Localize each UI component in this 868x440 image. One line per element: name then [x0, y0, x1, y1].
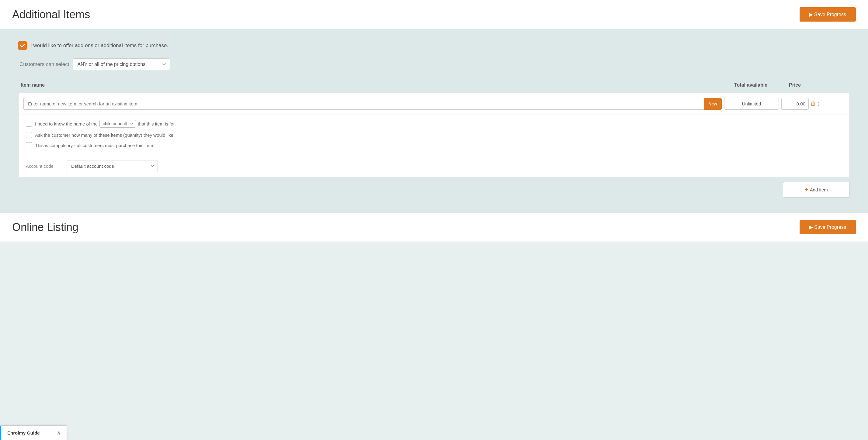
offer-row: I would like to offer add ons or additio… [18, 41, 850, 50]
customers-row: Customers can select ANY or all of the p… [18, 58, 850, 70]
account-code-select[interactable]: Default account code [67, 160, 158, 172]
option1-checkbox[interactable] [26, 121, 32, 127]
save-progress-button-bottom[interactable]: ▶ Save Progress [800, 220, 856, 234]
icon-actions: 🗑 ▲ ▼ [810, 101, 820, 107]
stepper-icon[interactable]: ▲ ▼ [817, 101, 820, 107]
option1-label: I need to know the name of the child or … [35, 120, 176, 128]
col-total-available: Total available [733, 80, 788, 90]
additional-items-body: I would like to offer add ons or additio… [0, 29, 868, 213]
online-listing-title: Online Listing [12, 221, 79, 234]
item-name-wrap: New [23, 98, 722, 110]
online-listing-header: Online Listing ▶ Save Progress [0, 213, 868, 242]
option2-checkbox[interactable] [26, 132, 32, 138]
col-item-name: Item name [20, 80, 733, 90]
save-progress-button-top[interactable]: ▶ Save Progress [800, 7, 856, 22]
col-price: Price [788, 80, 830, 90]
add-item-button[interactable]: + Add item [783, 182, 850, 198]
customers-select[interactable]: ANY or all of the pricing options. ONE o… [73, 58, 170, 70]
price-input-wrap: 🗑 ▲ ▼ [781, 98, 824, 110]
offer-label: I would like to offer add ons or additio… [30, 42, 168, 48]
add-item-row: + Add item [18, 182, 850, 198]
account-code-label: Account code [26, 164, 59, 169]
offer-checkbox[interactable] [18, 41, 27, 50]
option-row-1: I need to know the name of the child or … [26, 120, 842, 128]
option2-label: Ask the customer how many of these items… [35, 133, 175, 138]
add-item-label: Add item [810, 187, 828, 192]
child-or-adult-select[interactable]: child or adult child adult participant [99, 120, 136, 128]
account-code-row: Account code Default account code [19, 155, 849, 177]
option-row-2: Ask the customer how many of these items… [26, 132, 842, 138]
delete-icon[interactable]: 🗑 [810, 101, 816, 107]
additional-items-header: Additional Items ▶ Save Progress [0, 0, 868, 29]
option1-prefix: I need to know the name of the [35, 121, 98, 126]
item-row-main: New Unlimited 🗑 ▲ ▼ [19, 93, 849, 115]
item-options: I need to know the name of the child or … [19, 115, 849, 155]
unlimited-button[interactable]: Unlimited [724, 98, 779, 110]
plus-icon: + [805, 187, 808, 193]
item-card: New Unlimited 🗑 ▲ ▼ [18, 93, 850, 177]
option3-checkbox[interactable] [26, 142, 32, 148]
page-title: Additional Items [12, 8, 90, 21]
price-input[interactable] [781, 98, 809, 110]
customers-label: Customers can select [20, 61, 69, 67]
item-name-input[interactable] [23, 98, 704, 110]
col-actions [830, 80, 848, 90]
option-row-3: This is compulsory - all customers must … [26, 142, 842, 148]
new-badge: New [704, 98, 722, 110]
table-headers: Item name Total available Price [18, 80, 850, 90]
option1-suffix: that this item is for. [138, 121, 176, 126]
option3-label: This is compulsory - all customers must … [35, 143, 155, 148]
